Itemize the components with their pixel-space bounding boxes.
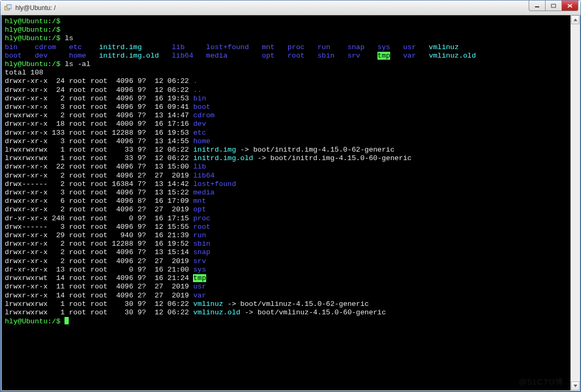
maximize-button[interactable] <box>545 1 562 11</box>
ls-item: usr <box>403 43 420 51</box>
minimize-button[interactable] <box>529 1 546 11</box>
file-name: proc <box>193 214 210 222</box>
ls-item: snap <box>347 43 369 51</box>
file-name: .. <box>193 86 201 94</box>
ls-detail-row: drwxr-xr-x 133 root root 12288 9? 16 19:… <box>5 129 576 137</box>
ls-item: mnt <box>262 43 279 51</box>
command: ls -al <box>64 60 90 68</box>
symlink-arrow: -> boot/initrd.img-4.15.0-62-generic <box>236 146 394 154</box>
ls-item: var <box>403 52 420 60</box>
file-name: sys <box>193 266 206 274</box>
ls-item: tmp <box>377 52 390 60</box>
file-name: root <box>193 223 210 231</box>
prompt: hly@Ubuntu:/$ <box>5 17 60 25</box>
file-name: var <box>193 292 206 300</box>
file-name: initrd.img.old <box>193 154 253 162</box>
prompt: hly@Ubuntu:/$ <box>5 318 60 325</box>
prompt: hly@Ubuntu:/$ <box>5 34 60 42</box>
ls-item: opt <box>262 52 279 60</box>
file-name: mnt <box>193 197 206 205</box>
ls-detail-row: drwxr-xr-x 3 root root 4096 9? 16 09:41 … <box>5 103 576 111</box>
ls-detail-row: drwx------ 2 root root 16384 7? 13 14:42… <box>5 180 576 189</box>
file-name: dev <box>193 120 206 128</box>
file-name: usr <box>193 283 206 291</box>
ls-item: run <box>317 43 339 51</box>
ls-detail-row: dr-xr-xr-x 13 root root 0 9? 16 21:00 sy… <box>5 266 576 274</box>
file-name: home <box>193 137 210 145</box>
symlink-arrow: -> boot/initrd.img-4.15.0-60-generic <box>253 154 412 162</box>
svg-rect-1 <box>7 5 12 8</box>
file-name: initrd.img <box>193 146 236 154</box>
vertical-scrollbar[interactable] <box>570 15 579 390</box>
file-name: lib <box>193 163 206 171</box>
prompt: hly@Ubuntu:/$ <box>5 26 60 34</box>
window-controls <box>529 1 578 11</box>
ls-item: initrd.img.old <box>99 52 163 60</box>
ls-item: vmlinuz <box>429 43 459 51</box>
cursor <box>64 317 69 324</box>
ls-detail-row: lrwxrwxrwx 1 root root 33 9? 12 06:22 in… <box>5 154 576 163</box>
ls-item: lib64 <box>172 52 198 60</box>
ls-detail-row: lrwxrwxrwx 1 root root 33 9? 12 06:22 in… <box>5 146 576 154</box>
terminal-window: hly@Ubuntu: / hly@Ubuntu:/$ hly@Ubuntu:/… <box>0 0 581 392</box>
ls-detail-row: lrwxrwxrwx 1 root root 30 9? 12 06:22 vm… <box>5 300 576 309</box>
scroll-up-button[interactable] <box>571 15 579 24</box>
symlink-arrow: -> boot/vmlinuz-4.15.0-60-generic <box>241 309 386 316</box>
command: ls <box>64 34 73 42</box>
ls-item: sbin <box>317 52 339 60</box>
file-name: lost+found <box>193 180 236 188</box>
file-name: vmlinuz <box>193 300 223 308</box>
ls-detail-row: drwxr-xr-x 11 root root 4096 2? 27 2019 … <box>5 283 576 291</box>
ls-detail-row: lrwxrwxrwx 1 root root 30 9? 12 06:22 vm… <box>5 309 576 317</box>
file-name: . <box>193 77 197 85</box>
ls-detail-row: drwxrwxrwt 14 root root 4096 9? 16 21:24… <box>5 274 576 283</box>
ls-item: lib <box>172 43 198 51</box>
symlink-arrow: -> boot/vmlinuz-4.15.0-62-generic <box>223 300 368 308</box>
ls-detail-row: drwxr-xr-x 6 root root 4096 8? 16 17:09 … <box>5 197 576 206</box>
ls-item: dev <box>35 52 61 60</box>
ls-detail-row: drwxr-xr-x 2 root root 12288 9? 16 19:52… <box>5 240 576 248</box>
file-name: snap <box>193 248 210 256</box>
ls-item: proc <box>288 43 309 51</box>
ls-detail-row: drwxr-xr-x 2 root root 4096 2? 27 2019 s… <box>5 257 576 266</box>
total-line: total 108 <box>5 69 43 77</box>
file-name: etc <box>193 129 206 137</box>
ls-detail-row: drwxr-xr-x 14 root root 4096 2? 27 2019 … <box>5 292 576 300</box>
ls-item: srv <box>347 52 369 60</box>
ls-item: root <box>288 52 309 60</box>
file-name: vmlinuz.old <box>193 309 240 316</box>
ls-detail-row: drwxr-xr-x 2 root root 4096 2? 27 2019 o… <box>5 206 576 214</box>
ls-item: cdrom <box>35 43 61 51</box>
file-name: run <box>193 231 206 239</box>
ls-detail-row: drwxr-xr-x 3 root root 4096 7? 13 15:22 … <box>5 189 576 197</box>
scroll-down-button[interactable] <box>571 381 579 390</box>
scroll-track[interactable] <box>571 24 579 381</box>
ls-detail-row: drwxr-xr-x 24 root root 4096 9? 12 06:22… <box>5 77 576 86</box>
file-name: tmp <box>193 274 206 282</box>
file-name: boot <box>193 103 210 111</box>
ls-item: boot <box>5 52 26 60</box>
ls-detail-row: drwxr-xr-x 22 root root 4096 7? 13 15:00… <box>5 163 576 171</box>
ls-item: vmlinuz.old <box>429 52 476 60</box>
ls-detail-row: drwx------ 3 root root 4096 9? 12 15:55 … <box>5 223 576 231</box>
file-name: cdrom <box>193 111 215 119</box>
file-name: sbin <box>193 240 210 248</box>
close-button[interactable] <box>561 1 578 11</box>
ls-item: media <box>206 52 253 60</box>
ls-detail-row: drwxr-xr-x 24 root root 4096 9? 12 06:22… <box>5 86 576 95</box>
svg-rect-3 <box>551 4 556 7</box>
ls-detail-row: drwxrwxr-x 2 root root 4096 7? 13 14:47 … <box>5 111 576 120</box>
ls-item: home <box>69 52 91 60</box>
file-name: media <box>193 189 215 197</box>
ls-detail-row: drwxr-xr-x 2 root root 4096 7? 13 15:14 … <box>5 248 576 257</box>
ls-item: bin <box>5 43 26 51</box>
terminal-output[interactable]: hly@Ubuntu:/$ hly@Ubuntu:/$ hly@Ubuntu:/… <box>2 15 579 390</box>
file-name: opt <box>193 206 206 213</box>
ls-detail-row: drwxr-xr-x 2 root root 4096 2? 27 2019 l… <box>5 172 576 180</box>
file-name: lib64 <box>193 172 215 180</box>
ls-item: initrd.img <box>99 43 163 51</box>
ls-detail-row: dr-xr-xr-x 248 root root 0 9? 16 17:15 p… <box>5 214 576 223</box>
putty-icon <box>4 4 12 12</box>
titlebar[interactable]: hly@Ubuntu: / <box>1 1 580 15</box>
file-name: bin <box>193 95 206 102</box>
